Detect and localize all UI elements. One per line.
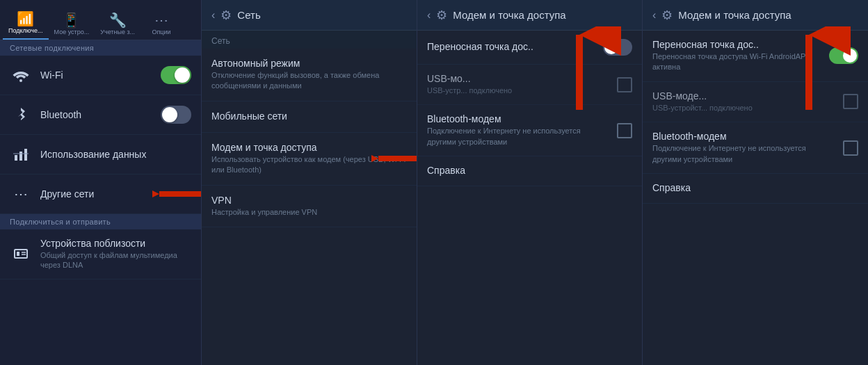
svg-rect-2 bbox=[19, 152, 22, 161]
modem-usb-item[interactable]: USB-мо... USB-устр... подключено bbox=[417, 65, 642, 105]
airplane-title: Автономный режим bbox=[211, 58, 407, 69]
nearby-sub: Общий доступ к файлам мультимедиа через … bbox=[40, 250, 191, 270]
usb-on-checkbox[interactable] bbox=[843, 94, 858, 109]
modem-bt-title: Bluetooth-модем bbox=[427, 113, 610, 124]
tab-mydevice[interactable]: 📱 Мое устро... bbox=[49, 10, 95, 40]
modem-off-title: Модем и точка доступа bbox=[453, 9, 565, 21]
hotspot-toggle-on[interactable] bbox=[829, 47, 858, 64]
mydevice-icon: 📱 bbox=[63, 13, 80, 27]
tab-connect-label: Подключе... bbox=[8, 27, 43, 34]
panel-network: ‹ ⚙ Сеть Сеть Автономный режим Отключени… bbox=[202, 0, 417, 365]
wifi-icon bbox=[10, 64, 32, 86]
modem-title: Модем и точка доступа bbox=[211, 142, 407, 153]
modem-off-gear-icon: ⚙ bbox=[436, 8, 447, 23]
modem-on-help-text: Справка bbox=[652, 182, 858, 195]
modem-on-bt-item[interactable]: Bluetooth-модем Подключение к Интернету … bbox=[643, 122, 868, 174]
modem-bt-text: Bluetooth-модем Подключение к Интернету … bbox=[427, 113, 610, 147]
data-usage-label: Использование данных bbox=[40, 149, 191, 160]
tab-accounts-label: Учетные з... bbox=[100, 29, 135, 35]
modem-bt-sub: Подключение к Интернету не используется … bbox=[427, 126, 610, 147]
wifi-toggle-knob bbox=[175, 67, 190, 83]
modem-on-hotspot-title: Переносная точка дос.. bbox=[652, 39, 823, 50]
other-networks-label: Другие сети bbox=[40, 188, 191, 200]
panel-settings-menu: 📶 Подключе... 📱 Мое устро... 🔧 Учетные з… bbox=[0, 0, 202, 365]
panel-modem-off: ‹ ⚙ Модем и точка доступа Переносная точ… bbox=[417, 0, 643, 365]
network-title: Сеть bbox=[237, 9, 260, 21]
modem-usb-text: USB-мо... USB-устр... подключено bbox=[427, 73, 610, 96]
airplane-sub: Отключение функций вызовов, а также обме… bbox=[211, 70, 407, 92]
tab-options-label: Опции bbox=[152, 29, 171, 35]
modem-on-help-title: Справка bbox=[652, 182, 858, 193]
modem-on-title: Модем и точка доступа bbox=[678, 9, 791, 21]
menu-item-wifi[interactable]: Wi-Fi bbox=[0, 56, 201, 95]
modem-hotspot-text: Переносная точка дос.. bbox=[427, 41, 597, 54]
hotspot-toggle-on-knob bbox=[843, 49, 857, 63]
modem-on-gear-icon: ⚙ bbox=[661, 8, 673, 23]
modem-sub: Использовать устройство как модем (через… bbox=[211, 154, 407, 176]
accounts-icon: 🔧 bbox=[109, 13, 127, 27]
modem-help-item[interactable]: Справка bbox=[417, 156, 642, 186]
panel-modem-on: ‹ ⚙ Модем и точка доступа Переносная точ… bbox=[643, 0, 868, 365]
network-section-label: Сеть bbox=[202, 31, 417, 49]
modem-on-header: ‹ ⚙ Модем и точка доступа bbox=[643, 0, 868, 31]
modem-on-help-item[interactable]: Справка bbox=[643, 174, 868, 204]
modem-hotspot-item[interactable]: Переносная точка дос.. bbox=[417, 31, 642, 65]
wifi-toggle[interactable] bbox=[161, 66, 191, 84]
list-item-modem[interactable]: Модем и точка доступа Использовать устро… bbox=[202, 133, 417, 186]
section-network-header: Сетевые подключения bbox=[0, 40, 201, 56]
modem-on-usb-item[interactable]: USB-моде... USB-устройст... подключено bbox=[643, 82, 868, 122]
modem-on-back-icon[interactable]: ‹ bbox=[652, 9, 656, 22]
hotspot-toggle-off[interactable] bbox=[603, 39, 632, 56]
tabs-row: 📶 Подключе... 📱 Мое устро... 🔧 Учетные з… bbox=[0, 0, 201, 40]
modem-on-hotspot-item[interactable]: Переносная точка дос.. Переносная точка … bbox=[643, 31, 868, 82]
network-header: ‹ ⚙ Сеть bbox=[202, 0, 417, 31]
svg-rect-1 bbox=[15, 155, 17, 161]
bluetooth-icon bbox=[10, 104, 32, 126]
nearby-title: Устройства поблизости bbox=[40, 238, 191, 249]
network-gear-icon: ⚙ bbox=[220, 8, 232, 23]
mobile-title: Мобильные сети bbox=[211, 111, 407, 122]
options-icon: ⋯ bbox=[154, 13, 168, 27]
modem-on-usb-text: USB-моде... USB-устройст... подключено bbox=[652, 90, 836, 113]
menu-item-bluetooth[interactable]: Bluetooth bbox=[0, 95, 201, 135]
bluetooth-toggle-knob bbox=[162, 107, 177, 122]
svg-rect-8 bbox=[17, 252, 19, 256]
list-item-airplane[interactable]: Автономный режим Отключение функций вызо… bbox=[202, 49, 417, 102]
modem-on-bt-text: Bluetooth-модем Подключение к Интернету … bbox=[652, 131, 836, 165]
modem-on-bt-sub: Подключение к Интернету не используется … bbox=[652, 143, 836, 165]
bluetooth-label: Bluetooth bbox=[40, 109, 161, 120]
section-send-header: Подключиться и отправить bbox=[0, 214, 201, 229]
modem-on-hotspot-sub: Переносная точка доступа Wi-Fi AndroidAP… bbox=[652, 51, 823, 73]
modem-on-usb-sub: USB-устройст... подключено bbox=[652, 103, 836, 113]
wifi-label: Wi-Fi bbox=[40, 70, 161, 81]
modem-help-title: Справка bbox=[427, 165, 632, 176]
vpn-sub: Настройка и управление VPN bbox=[211, 207, 407, 218]
modem-help-text: Справка bbox=[427, 165, 632, 177]
network-back-icon[interactable]: ‹ bbox=[211, 9, 215, 22]
hotspot-toggle-knob bbox=[604, 40, 618, 54]
list-item-mobile[interactable]: Мобильные сети bbox=[202, 102, 417, 133]
menu-item-data-usage[interactable]: Использование данных bbox=[0, 135, 201, 175]
tab-accounts[interactable]: 🔧 Учетные з... bbox=[95, 10, 140, 40]
modem-usb-sub: USB-устр... подключено bbox=[427, 86, 610, 96]
menu-item-other-networks[interactable]: ⋯ Другие сети bbox=[0, 175, 201, 214]
modem-bt-item[interactable]: Bluetooth-модем Подключение к Интернету … bbox=[417, 105, 642, 156]
usb-checkbox[interactable] bbox=[617, 77, 632, 92]
tab-connect[interactable]: 📶 Подключе... bbox=[3, 9, 49, 40]
bluetooth-toggle[interactable] bbox=[161, 106, 191, 124]
svg-rect-7 bbox=[15, 250, 27, 258]
modem-off-back-icon[interactable]: ‹ bbox=[427, 9, 431, 22]
vpn-title: VPN bbox=[211, 195, 407, 206]
tab-options[interactable]: ⋯ Опции bbox=[140, 10, 182, 40]
modem-on-usb-title: USB-моде... bbox=[652, 90, 836, 102]
bt-checkbox[interactable] bbox=[617, 123, 632, 138]
other-networks-icon: ⋯ bbox=[10, 183, 32, 205]
bt-on-checkbox[interactable] bbox=[843, 140, 858, 156]
modem-hotspot-title: Переносная точка дос.. bbox=[427, 41, 597, 52]
nearby-icon bbox=[10, 243, 32, 265]
list-item-vpn[interactable]: VPN Настройка и управление VPN bbox=[202, 186, 417, 227]
modem-on-bt-title: Bluetooth-модем bbox=[652, 131, 836, 142]
menu-item-nearby[interactable]: Устройства поблизости Общий доступ к фай… bbox=[0, 229, 201, 279]
tab-mydevice-label: Мое устро... bbox=[54, 29, 90, 35]
svg-rect-3 bbox=[24, 149, 27, 161]
